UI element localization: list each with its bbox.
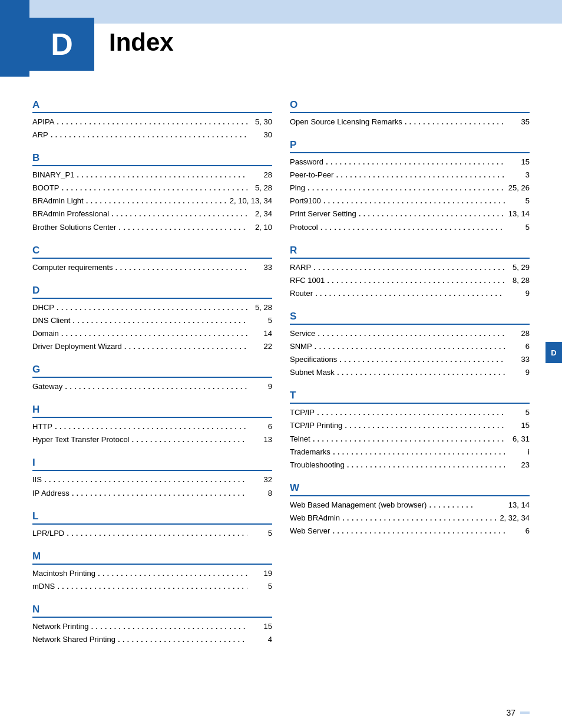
section-header-r: R (290, 245, 530, 259)
index-section-a: AAPIPA..................................… (32, 99, 272, 141)
index-entry: Network Printing........................… (32, 620, 272, 633)
entry-name: Router (290, 287, 313, 300)
entry-name: DHCP (32, 301, 54, 314)
entry-page: 6 (249, 420, 272, 433)
entry-dots: ........................................… (316, 327, 505, 340)
index-entry: Protocol................................… (290, 221, 530, 234)
entry-dots: ........................................… (341, 512, 498, 525)
entry-page: 32 (249, 473, 272, 486)
entry-name: BRAdmin Light (32, 195, 84, 207)
index-entry: APIPA...................................… (32, 116, 272, 129)
index-entry: Open Source Licensing Remarks...........… (290, 116, 530, 129)
entry-name: SNMP (290, 340, 312, 353)
index-section-d: DDHCP...................................… (32, 285, 272, 353)
entry-name: Protocol (290, 221, 318, 234)
entry-page: 6, 31 (506, 433, 530, 446)
index-entry: Brother Solutions Center................… (32, 221, 272, 234)
section-header-l: L (32, 510, 272, 525)
entry-name: BOOTP (32, 182, 59, 195)
entry-dots: ....................................... (117, 221, 247, 234)
section-header-o: O (290, 99, 530, 113)
entry-page: 5 (506, 195, 530, 207)
section-letter: R (290, 245, 297, 256)
index-entry: ARP.....................................… (32, 129, 272, 141)
index-entry: BRAdmin Professional....................… (32, 207, 272, 220)
section-letter: H (32, 404, 39, 415)
entry-dots: ........................................… (55, 301, 247, 314)
entry-page: 22 (249, 340, 272, 353)
side-tab-label: D (551, 348, 556, 357)
section-header-b: B (32, 152, 272, 166)
entry-dots: ...................... (404, 116, 505, 129)
entry-page: 23 (506, 459, 530, 472)
index-entry: Driver Deployment Wizard................… (32, 340, 272, 353)
section-header-i: I (32, 457, 272, 471)
section-letter: N (32, 604, 39, 615)
section-header-h: H (32, 404, 272, 418)
index-entry: RARP....................................… (290, 261, 530, 274)
index-entry: BRAdmin Light...........................… (32, 195, 272, 207)
entry-dots: ........................................… (316, 406, 505, 419)
entry-page: 2, 34 (249, 207, 272, 220)
entry-page: 6 (506, 525, 530, 538)
page-num-box (520, 711, 530, 714)
entry-name: Hyper Text Transfer Protocol (32, 433, 130, 446)
entry-dots: ........................................… (56, 580, 247, 593)
entry-name: TCP/IP (290, 406, 315, 419)
entry-page: 6 (506, 340, 530, 353)
index-entry: DHCP....................................… (32, 301, 272, 314)
right-column: OOpen Source Licensing Remarks..........… (290, 88, 530, 646)
side-tab: D (546, 342, 562, 363)
entry-name: Computer requirements (32, 261, 113, 274)
section-letter: O (290, 99, 297, 110)
section-letter: G (32, 364, 40, 375)
entry-page: 2, 32, 34 (500, 512, 530, 525)
section-header-t: T (290, 390, 530, 404)
entry-page: 5, 29 (506, 261, 530, 274)
entry-dots: ........................................… (60, 327, 247, 340)
entry-name: Specifications (290, 353, 337, 366)
entry-page: 13 (249, 433, 272, 446)
index-entry: Web Based Management (web browser)......… (290, 499, 530, 512)
entry-dots: ........................................… (64, 380, 247, 393)
index-entry: Troubleshooting.........................… (290, 459, 530, 472)
index-section-n: NNetwork Printing.......................… (32, 604, 272, 646)
entry-page: 14 (249, 327, 272, 340)
entry-name: Peer-to-Peer (290, 169, 333, 182)
entry-dots: ........................................… (331, 525, 505, 538)
entry-dots: ........................................… (325, 156, 505, 169)
index-entry: Network Shared Printing.................… (32, 633, 272, 646)
index-entry: Domain..................................… (32, 327, 272, 340)
entry-page: 28 (249, 169, 272, 182)
entry-page: 4 (249, 633, 272, 646)
entry-dots: ........................................… (326, 274, 505, 287)
entry-page: 5 (506, 221, 530, 234)
entry-page: 9 (506, 366, 530, 379)
entry-dots: ........................................… (65, 527, 247, 540)
blue-tab-top (29, 0, 562, 24)
index-section-s: SService................................… (290, 311, 530, 379)
entry-page: 15 (249, 620, 272, 633)
index-entry: BINARY_P1...............................… (32, 169, 272, 182)
blue-tab-left (0, 0, 29, 77)
main-content: AAPIPA..................................… (0, 77, 562, 670)
entry-name: Telnet (290, 433, 310, 446)
entry-dots: ........................................… (71, 487, 247, 500)
section-letter: B (32, 152, 39, 163)
entry-dots: ........................................… (335, 169, 505, 182)
entry-dots: ........................................… (322, 195, 505, 207)
index-section-i: IIIS....................................… (32, 457, 272, 499)
index-section-t: TTCP/IP.................................… (290, 390, 530, 471)
entry-dots: ........................................… (312, 433, 505, 446)
index-section-w: WWeb Based Management (web browser).....… (290, 482, 530, 538)
entry-page: 13, 14 (506, 207, 530, 220)
index-section-h: HHTTP...................................… (32, 404, 272, 446)
entry-page: 2, 10, 13, 34 (230, 195, 272, 207)
entry-name: Driver Deployment Wizard (32, 340, 122, 353)
entry-page: 5 (506, 406, 530, 419)
entry-dots: ........................................… (117, 633, 247, 646)
entry-name: Print Server Setting (290, 207, 356, 220)
entry-name: Macintosh Printing (32, 567, 95, 580)
entry-page: i (506, 446, 530, 459)
chapter-letter: D (51, 27, 73, 62)
